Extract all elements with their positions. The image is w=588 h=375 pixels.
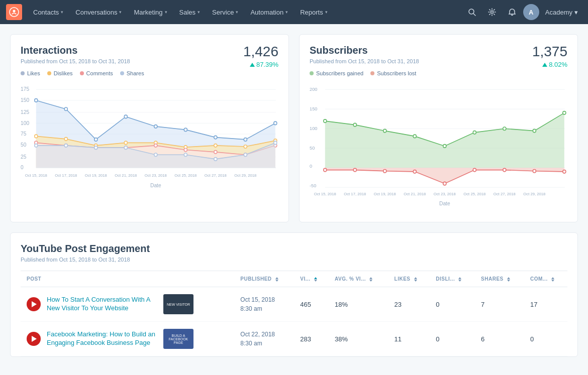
legend-dot-lost xyxy=(370,71,374,75)
chevron-down-icon: ▾ xyxy=(119,10,122,15)
svg-text:50: 50 xyxy=(21,142,27,148)
svg-text:50: 50 xyxy=(310,145,315,151)
trend-up-icon xyxy=(542,63,547,67)
nav-automation[interactable]: Automation ▾ xyxy=(245,0,293,24)
legend-comments: Comments xyxy=(80,70,113,76)
avatar[interactable]: A xyxy=(523,4,539,20)
col-dislikes[interactable]: DISLI... xyxy=(430,271,475,287)
svg-point-33 xyxy=(64,138,67,141)
col-avg-views[interactable]: AVG. % VI... xyxy=(329,271,388,287)
svg-point-98 xyxy=(443,182,446,185)
search-icon-button[interactable] xyxy=(463,3,481,21)
legend-dislikes: Dislikes xyxy=(47,70,73,76)
post-title[interactable]: How To Start A Conversation With A New V… xyxy=(47,296,157,313)
interactions-legend: Likes Dislikes Comments Shares xyxy=(21,70,144,76)
notifications-icon-button[interactable] xyxy=(503,3,521,21)
svg-text:100: 100 xyxy=(310,126,317,131)
svg-point-55 xyxy=(124,146,127,150)
svg-text:Oct 29, 2018: Oct 29, 2018 xyxy=(234,173,257,177)
svg-text:25: 25 xyxy=(21,154,27,160)
svg-point-26 xyxy=(154,125,157,129)
hubspot-logo[interactable] xyxy=(6,4,22,20)
svg-point-47 xyxy=(184,148,187,152)
svg-point-99 xyxy=(473,168,476,172)
svg-text:0: 0 xyxy=(310,163,312,169)
svg-point-54 xyxy=(94,146,97,150)
svg-point-25 xyxy=(124,115,127,118)
cell-views-1: 283 xyxy=(294,322,329,356)
svg-point-88 xyxy=(443,145,446,148)
interactions-change: 87.39% xyxy=(250,61,278,68)
svg-text:0: 0 xyxy=(21,164,24,170)
legend-dot-shares xyxy=(120,71,124,75)
post-thumbnail: BUILD A FACEBOOK PAGE xyxy=(163,329,193,349)
youtube-icon xyxy=(27,297,41,311)
subscribers-title: Subscribers xyxy=(310,45,419,56)
settings-icon-button[interactable] xyxy=(483,3,501,21)
svg-text:Oct 21, 2018: Oct 21, 2018 xyxy=(404,192,426,196)
svg-text:Oct 17, 2018: Oct 17, 2018 xyxy=(55,173,77,177)
chevron-down-icon: ▾ xyxy=(236,10,238,15)
svg-point-28 xyxy=(214,136,217,139)
svg-text:150: 150 xyxy=(21,97,29,103)
col-likes[interactable]: LIKES xyxy=(388,271,430,287)
svg-point-89 xyxy=(473,131,476,135)
chevron-down-icon: ▾ xyxy=(165,10,167,15)
top-navigation: Contacts ▾ Conversations ▾ Marketing ▾ S… xyxy=(0,0,588,24)
svg-text:Oct 25, 2018: Oct 25, 2018 xyxy=(463,192,486,196)
svg-point-52 xyxy=(35,144,38,147)
main-content: Interactions Published from Oct 15, 2018… xyxy=(0,24,588,367)
svg-point-29 xyxy=(244,138,247,142)
nav-reports[interactable]: Reports ▾ xyxy=(295,0,333,24)
col-shares[interactable]: SHARES xyxy=(475,271,524,287)
interactions-metric: 1,426 87.39% xyxy=(243,45,278,68)
svg-point-97 xyxy=(413,170,416,174)
youtube-engagement-card: YouTube Post Engagement Published from O… xyxy=(10,232,578,357)
subscribers-change: 8.02% xyxy=(542,61,567,68)
svg-point-85 xyxy=(353,123,356,127)
subscribers-metric: 1,375 8.02% xyxy=(532,45,567,68)
svg-point-84 xyxy=(324,119,327,123)
nav-conversations[interactable]: Conversations ▾ xyxy=(70,0,127,24)
svg-text:-50: -50 xyxy=(310,183,316,188)
legend-dot-gained xyxy=(310,71,314,75)
post-title[interactable]: Facebook Marketing: How to Build an Enga… xyxy=(47,330,157,347)
col-comments[interactable]: COM... xyxy=(524,271,567,287)
svg-point-23 xyxy=(64,107,67,111)
svg-text:Oct 25, 2018: Oct 25, 2018 xyxy=(174,173,197,177)
interactions-subtitle: Published from Oct 15, 2018 to Oct 31, 2… xyxy=(21,58,144,64)
svg-text:200: 200 xyxy=(310,86,317,92)
cell-published-0: Oct 15, 2018 8:30 am xyxy=(234,287,294,322)
cell-shares-1: 6 xyxy=(475,322,524,356)
post-thumbnail: NEW VISITOR xyxy=(163,294,193,314)
legend-dot-comments xyxy=(80,71,84,75)
nav-contacts[interactable]: Contacts ▾ xyxy=(28,0,68,24)
nav-sales[interactable]: Sales ▾ xyxy=(174,0,206,24)
cell-avgviews-0: 18% xyxy=(329,287,388,322)
svg-text:Oct 23, 2018: Oct 23, 2018 xyxy=(145,173,167,177)
svg-point-96 xyxy=(383,170,386,173)
youtube-icon xyxy=(27,332,41,346)
svg-point-24 xyxy=(94,138,97,142)
svg-text:Oct 15, 2018: Oct 15, 2018 xyxy=(25,173,48,177)
chevron-down-icon: ▾ xyxy=(285,10,288,15)
svg-text:Date: Date xyxy=(439,200,450,206)
svg-text:100: 100 xyxy=(21,119,29,126)
col-post: POST xyxy=(21,271,234,287)
subscribers-chart: 200 150 100 50 0 -50 xyxy=(310,81,567,212)
svg-point-101 xyxy=(533,170,536,173)
charts-row: Interactions Published from Oct 15, 2018… xyxy=(10,34,578,222)
nav-service[interactable]: Service ▾ xyxy=(207,0,243,24)
nav-marketing[interactable]: Marketing ▾ xyxy=(129,0,172,24)
sort-shares-icon xyxy=(507,277,510,282)
svg-text:Oct 29, 2018: Oct 29, 2018 xyxy=(523,192,546,196)
account-menu[interactable]: Academy ▾ xyxy=(541,9,582,16)
col-published[interactable]: PUBLISHED xyxy=(234,271,294,287)
trend-up-icon xyxy=(250,63,255,67)
col-views[interactable]: VI... xyxy=(294,271,329,287)
svg-point-87 xyxy=(413,135,416,138)
svg-point-53 xyxy=(64,144,67,147)
svg-point-38 xyxy=(214,144,217,147)
cell-avgviews-1: 38% xyxy=(329,322,388,356)
svg-point-95 xyxy=(353,168,356,172)
